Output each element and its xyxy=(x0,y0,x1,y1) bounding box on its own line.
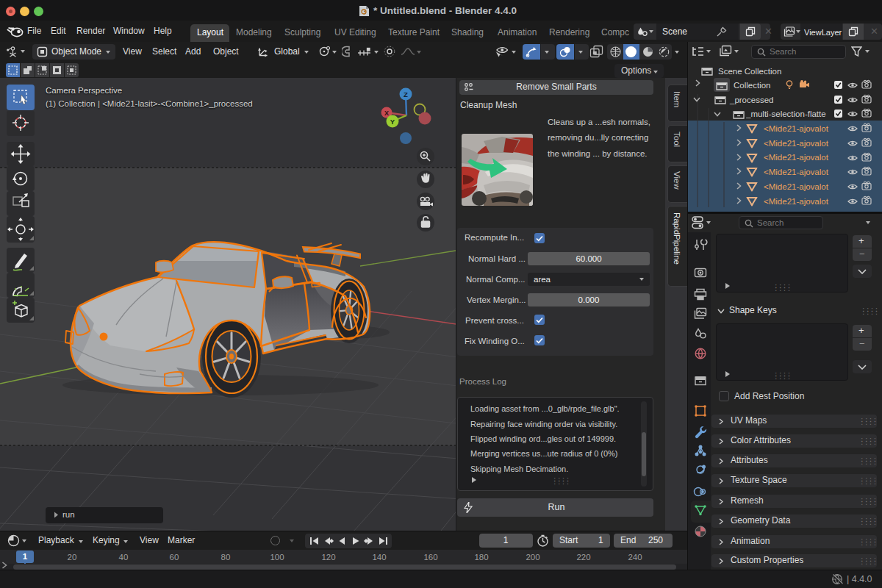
svg-text:X: X xyxy=(384,110,389,117)
svg-text:Y: Y xyxy=(390,118,395,126)
svg-text:Z: Z xyxy=(404,90,408,98)
